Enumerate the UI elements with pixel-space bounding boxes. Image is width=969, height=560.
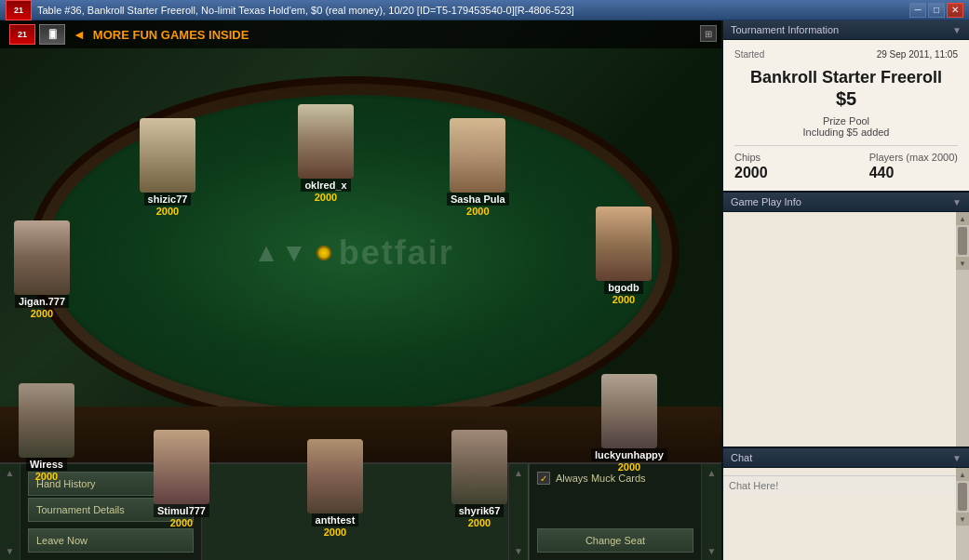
players-label: Players (max 2000): [869, 152, 958, 163]
player-bgodb: bgodb 2000: [596, 207, 652, 305]
player-bgodb-name: bgodb: [604, 281, 643, 294]
tournament-header-title: Tournament Information: [731, 24, 839, 35]
muck-cards-checkbox[interactable]: ✓: [537, 472, 550, 485]
player-lucky-avatar: [601, 374, 657, 448]
chips-group: Chips 2000: [734, 152, 768, 181]
tournament-dropdown-icon[interactable]: ▼: [952, 25, 962, 35]
muck-cards-label: Always Muck Cards: [556, 473, 646, 484]
player-oklred-name: oklred_x: [301, 179, 350, 192]
leave-now-button[interactable]: Leave Now: [28, 528, 194, 553]
player-wiress-chips: 2000: [35, 471, 58, 482]
banner-arrow-icon: ◄: [73, 27, 86, 42]
right-panel: Tournament Information ▼ Started 29 Sep …: [721, 20, 969, 560]
player-shizic-name: shizic77: [144, 193, 192, 206]
close-button[interactable]: ✕: [947, 3, 963, 18]
player-lucky-chips: 2000: [618, 461, 640, 473]
maximize-button[interactable]: □: [928, 3, 945, 18]
player-shizic-chips: 2000: [156, 206, 179, 217]
poker-table: ▲▼ betfair Jigan.777 2000 shizic77: [28, 76, 680, 430]
scroll-down-right-arrow-icon[interactable]: ▼: [514, 546, 523, 556]
gameplay-scrollbar: ▲ ▼: [956, 212, 969, 447]
player-shyrik: shyrik67 2000: [451, 430, 507, 528]
window-title: Table #36, Bankroll Starter Freeroll, No…: [37, 5, 574, 16]
chips-value: 2000: [734, 165, 768, 181]
gameplay-dropdown-icon[interactable]: ▼: [952, 197, 962, 207]
scroll-up-right-arrow-icon[interactable]: ▲: [514, 468, 523, 478]
title-bar: 21 Table #36, Bankroll Starter Freeroll,…: [0, 0, 969, 20]
player-lucky: luckyunhappy 2000: [591, 374, 667, 473]
prize-pool-label: Prize Pool: [734, 115, 958, 127]
chat-scroll-up-icon[interactable]: ▲: [956, 468, 969, 481]
scroll-up-far-right-icon[interactable]: ▲: [707, 468, 717, 478]
window-controls: ─ □ ✕: [909, 3, 963, 18]
chat-section: Chat ▼ ▲ ▼: [723, 448, 969, 560]
table-felt: ▲▼ betfair: [47, 95, 661, 411]
change-seat-button[interactable]: Change Seat: [537, 528, 693, 553]
started-label: Started: [734, 49, 764, 60]
scroll-down-far-right-icon[interactable]: ▼: [707, 546, 717, 556]
player-oklred-chips: 2000: [315, 192, 337, 203]
chat-scroll-down-icon[interactable]: ▼: [956, 513, 969, 526]
player-jigan-avatar: [14, 220, 70, 295]
player-shyrik-name: shyrik67: [455, 504, 505, 517]
prize-pool-included: Including $5 added: [734, 127, 958, 138]
player-sasha: Sasha Pula 2000: [447, 118, 509, 217]
top-banner: 21 🂠 ◄ MORE FUN GAMES INSIDE ⊞: [0, 20, 721, 48]
betfair-chip-icon: [316, 246, 331, 260]
minimize-button[interactable]: ─: [909, 3, 926, 18]
player-jigan: Jigan.777 2000: [14, 220, 70, 319]
gameplay-scroll-down-icon[interactable]: ▼: [956, 257, 969, 270]
player-bgodb-avatar: [596, 207, 652, 281]
tournament-meta: Started 29 Sep 2011, 11:05: [734, 49, 958, 60]
chat-input-row: [723, 475, 956, 495]
chat-scroll-wrapper: ▲ ▼: [723, 468, 969, 560]
chips-players-row: Chips 2000 Players (max 2000) 440: [734, 145, 958, 181]
player-anthtest-avatar: [307, 439, 363, 513]
far-right-scrollbar: ▲ ▼: [701, 464, 721, 560]
chat-header-title: Chat: [731, 452, 752, 463]
tournament-section: Tournament Information ▼ Started 29 Sep …: [723, 20, 969, 193]
chat-messages: [723, 468, 956, 475]
scroll-down-arrow-icon[interactable]: ▼: [6, 546, 15, 556]
gameplay-scroll-up-icon[interactable]: ▲: [956, 212, 969, 225]
player-stimul-avatar: [154, 430, 209, 504]
scroll-up-arrow-icon[interactable]: ▲: [6, 468, 15, 478]
gameplay-header-title: Game Play Info: [731, 196, 801, 207]
betfair-text: betfair: [339, 233, 454, 273]
chat-panel-header: Chat ▼: [723, 448, 969, 468]
player-sasha-chips: 2000: [466, 206, 489, 217]
player-oklred: oklred_x 2000: [298, 104, 354, 203]
player-lucky-name: luckyunhappy: [591, 448, 667, 461]
chat-scroll-thumb[interactable]: [958, 483, 967, 511]
main-container: 21 🂠 ◄ MORE FUN GAMES INSIDE ⊞ ▲▼ betfai…: [0, 20, 969, 560]
app-icon: 21: [6, 0, 32, 20]
player-bgodb-chips: 2000: [612, 294, 635, 305]
right-controls: ✓ Always Muck Cards Change Seat: [529, 464, 701, 560]
title-left: 21 Table #36, Bankroll Starter Freeroll,…: [6, 0, 574, 20]
player-wiress: Wiress 2000: [19, 383, 74, 482]
player-shyrik-avatar: [451, 430, 507, 504]
gameplay-scroll-thumb[interactable]: [958, 227, 967, 255]
player-sasha-avatar: [450, 118, 505, 193]
chat-input-field[interactable]: [729, 480, 950, 491]
tournament-panel-header: Tournament Information ▼: [723, 20, 969, 40]
gameplay-scroll-wrapper: ▲ ▼: [723, 212, 969, 447]
player-anthtest-name: anthtest: [312, 513, 359, 527]
players-value: 440: [869, 165, 958, 181]
tournament-content: Started 29 Sep 2011, 11:05 Bankroll Star…: [723, 40, 969, 191]
grid-button[interactable]: ⊞: [700, 25, 717, 42]
banner-icon-cards: 🂠: [39, 24, 65, 45]
player-anthtest-chips: 2000: [324, 527, 346, 538]
chips-label: Chips: [734, 152, 768, 163]
gameplay-section: Game Play Info ▼ ▲ ▼: [723, 193, 969, 448]
chat-dropdown-icon[interactable]: ▼: [952, 453, 962, 463]
player-jigan-chips: 2000: [31, 308, 53, 319]
player-stimul: Stimul777 2000: [154, 430, 209, 528]
player-jigan-name: Jigan.777: [15, 295, 69, 308]
players-group: Players (max 2000) 440: [869, 152, 958, 181]
chat-messages-content: [723, 468, 956, 560]
started-value: 29 Sep 2011, 11:05: [877, 49, 958, 60]
player-shizic: shizic77 2000: [140, 118, 195, 217]
player-stimul-name: Stimul777: [154, 504, 209, 517]
muck-cards-option: ✓ Always Muck Cards: [537, 472, 693, 485]
